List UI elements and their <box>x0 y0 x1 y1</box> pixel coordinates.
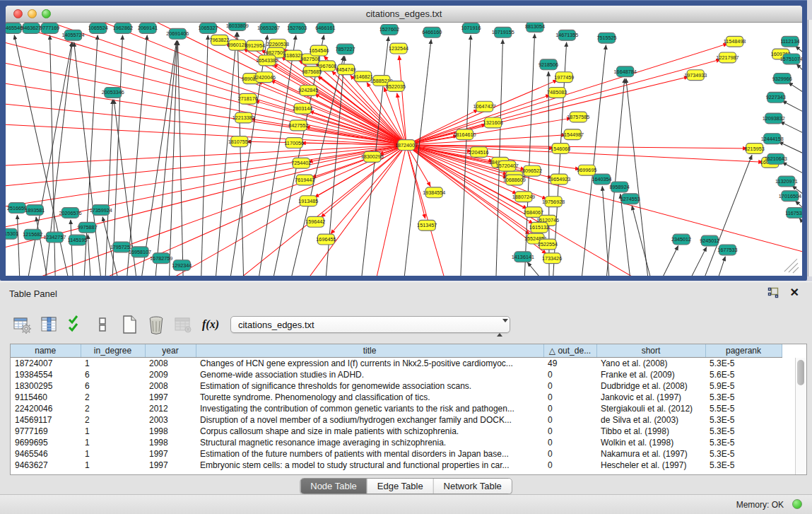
graph-edge[interactable] <box>527 262 546 276</box>
graph-node[interactable]: 9242845 <box>298 86 318 96</box>
graph-node[interactable]: 1065327 <box>198 23 218 33</box>
table-cell[interactable]: 5.3E-5 <box>705 437 782 448</box>
graph-node[interactable]: 19384554 <box>423 187 445 198</box>
graph-edge[interactable] <box>716 257 725 276</box>
graph-node[interactable]: 10719155 <box>492 27 514 37</box>
table-cell[interactable]: 5.3E-5 <box>705 426 782 437</box>
table-cell[interactable]: 14569117 <box>11 414 81 426</box>
tab-edge-table[interactable]: Edge Table <box>367 479 434 493</box>
graph-node[interactable]: 11548498 <box>724 36 746 47</box>
table-row[interactable]: 969969511998Structural magnetic resonanc… <box>11 437 782 448</box>
graph-node[interactable]: 7485083 <box>547 87 567 98</box>
graph-edge[interactable] <box>688 247 707 276</box>
float-panel-icon[interactable] <box>767 287 779 298</box>
graph-node[interactable]: 18757585 <box>567 112 589 122</box>
graph-edge[interactable] <box>659 245 678 276</box>
graph-node[interactable]: 7857227 <box>336 44 355 54</box>
graph-edge[interactable] <box>304 145 406 276</box>
graph-node[interactable]: 3915301 <box>6 228 18 239</box>
scrollbar-thumb[interactable] <box>797 360 804 385</box>
graph-node[interactable]: 9329966 <box>772 74 792 84</box>
table-cell[interactable]: Jankovic et al. (1997) <box>596 392 705 403</box>
table-cell[interactable]: Tibbo et al. (1998) <box>596 426 705 437</box>
graph-node[interactable]: 17359924 <box>90 205 112 216</box>
graph-node[interactable]: 1071916 <box>461 23 481 33</box>
table-cell[interactable]: de Silva et al. (2003) <box>596 414 705 426</box>
graph-node[interactable]: 8454749 <box>336 64 356 75</box>
graph-node[interactable]: 1696455 <box>316 234 336 245</box>
table-cell[interactable]: 0 <box>543 403 596 414</box>
table-row[interactable]: 946554611997Estimation of the future num… <box>11 448 782 460</box>
graph-node[interactable]: 6466161 <box>315 23 335 33</box>
graph-edge[interactable] <box>702 155 752 276</box>
graph-edge[interactable] <box>88 235 90 276</box>
graph-edge[interactable] <box>6 23 399 143</box>
graph-node[interactable]: 8096522 <box>522 165 542 176</box>
tab-node-table[interactable]: Node Table <box>300 479 367 493</box>
graph-node[interactable]: 9875685 <box>302 66 322 77</box>
table-row[interactable]: 977716911998Corpus callosum shape and si… <box>11 426 782 437</box>
table-cell[interactable]: 5.3E-5 <box>705 460 782 471</box>
graph-node[interactable]: 1615132 <box>529 222 549 233</box>
table-cell[interactable]: Wolkin et al. (1998) <box>596 437 705 448</box>
table-cell[interactable]: 1998 <box>145 437 196 448</box>
graph-node[interactable]: 7619447 <box>295 175 314 185</box>
table-cell[interactable]: 9115460 <box>11 392 81 403</box>
citation-network-graph[interactable]: 1872400718300295193845541513457796382289… <box>6 23 802 276</box>
table-cell[interactable]: 1997 <box>145 460 196 471</box>
graph-edge[interactable] <box>788 83 802 96</box>
graph-node[interactable]: 6466160 <box>422 27 442 37</box>
table-cell[interactable]: 0 <box>543 437 596 448</box>
table-cell[interactable]: 2 <box>81 392 145 403</box>
table-cell[interactable]: 1 <box>81 426 145 437</box>
graph-node[interactable]: 8960128 <box>228 40 247 50</box>
table-cell[interactable]: Embryonic stem cells: a model to study s… <box>196 460 543 471</box>
graph-node[interactable]: 16648784 <box>614 66 637 77</box>
table-row[interactable]: 911546021997Tourette syndrome. Phenomeno… <box>11 392 782 403</box>
graph-node[interactable]: 1065524 <box>88 23 108 33</box>
table-cell[interactable]: 0 <box>543 369 596 380</box>
table-cell[interactable]: 5.3E-5 <box>705 392 782 403</box>
table-cell[interactable]: 19384554 <box>11 369 81 380</box>
graph-node[interactable]: 9463627 <box>21 23 41 33</box>
table-cell[interactable]: 9463627 <box>11 460 81 471</box>
graph-edge[interactable] <box>406 80 558 145</box>
table-cell[interactable]: 2009 <box>145 369 196 380</box>
graph-node[interactable]: 9465546 <box>6 23 23 33</box>
graph-edge[interactable] <box>406 77 688 146</box>
table-row[interactable]: 2242004622012Investigating the contribut… <box>11 403 782 414</box>
graph-node[interactable]: 2803144 <box>293 103 312 114</box>
graph-node[interactable]: 1962862 <box>113 23 133 33</box>
graph-node[interactable]: 16543382 <box>256 55 278 66</box>
table-cell[interactable]: 0 <box>543 448 596 460</box>
graph-node[interactable]: 11320971 <box>775 176 798 187</box>
graph-node[interactable]: 1527603 <box>287 23 307 33</box>
table-cell[interactable]: 9699695 <box>11 437 81 448</box>
graph-node[interactable]: 16210643 <box>765 153 787 164</box>
graph-edge[interactable] <box>399 55 406 145</box>
graph-node[interactable]: 9227343 <box>766 92 786 103</box>
table-cell[interactable]: 18724007 <box>11 358 81 370</box>
select-columns-button[interactable] <box>37 313 61 337</box>
graph-edge[interactable] <box>620 194 631 276</box>
window-titlebar[interactable]: citations_edges.txt <box>6 6 802 23</box>
table-cell[interactable]: 1997 <box>145 392 196 403</box>
graph-node[interactable]: 19734933 <box>684 70 707 81</box>
table-settings-button[interactable] <box>10 313 34 337</box>
new-table-button[interactable] <box>117 313 141 337</box>
graph-node[interactable]: 14136141 <box>512 252 534 262</box>
graph-node[interactable]: 1913485 <box>298 196 318 206</box>
table-cell[interactable]: Nakamura et al. (1997) <box>596 448 705 460</box>
graph-edge[interactable] <box>782 162 802 176</box>
graph-node[interactable]: 1292344 <box>172 260 192 271</box>
graph-node[interactable]: 2345012 <box>671 234 691 245</box>
graph-node[interactable]: 12444158 <box>761 134 784 144</box>
table-cell[interactable]: Dudbridge et al. (2008) <box>596 380 705 392</box>
graph-edge[interactable] <box>780 122 802 136</box>
graph-node[interactable]: 16958107 <box>129 247 151 257</box>
table-cell[interactable]: 0 <box>543 426 596 437</box>
table-cell[interactable]: 0 <box>543 414 596 426</box>
graph-edge[interactable] <box>169 41 177 276</box>
table-cell[interactable]: 22420046 <box>11 403 81 414</box>
graph-node[interactable]: 1321608 <box>483 117 503 128</box>
